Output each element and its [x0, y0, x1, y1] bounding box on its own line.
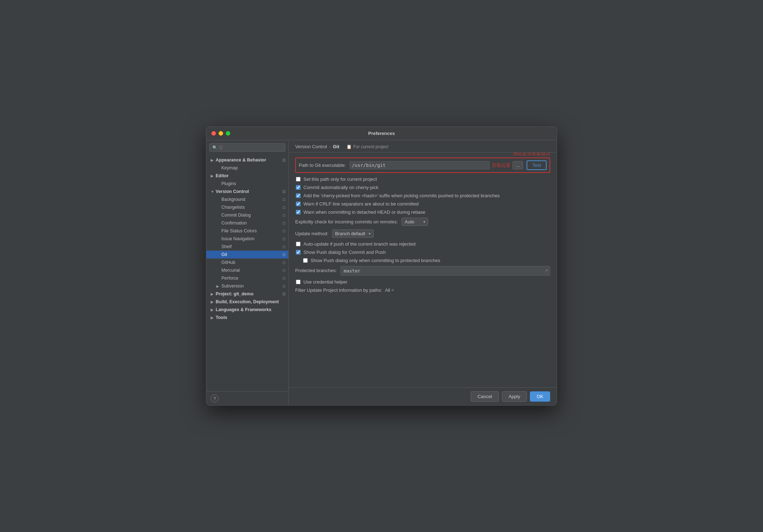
show-push-checkbox[interactable]: [296, 250, 301, 255]
update-label: Update method:: [295, 231, 328, 236]
arrow-icon: ▼: [211, 190, 216, 194]
sidebar-item-label: Project: git_demo: [216, 291, 281, 296]
search-box[interactable]: 🔍: [209, 143, 285, 152]
show-push-label[interactable]: Show Push dialog for Commit and Push: [303, 250, 386, 255]
sidebar-item-shelf[interactable]: Shelf ⊡: [206, 243, 288, 251]
help-button[interactable]: ?: [211, 395, 219, 402]
incoming-label: Explicitly check for incoming commits on…: [295, 219, 398, 224]
sidebar-item-build[interactable]: ▶ Build, Execution, Deployment: [206, 298, 288, 306]
search-icon: 🔍: [212, 145, 217, 150]
warn-detached-checkbox[interactable]: [296, 210, 301, 214]
warn-crlf-label[interactable]: Warn if CRLF line separators are about t…: [303, 201, 419, 207]
sidebar-item-label: Changelists: [221, 205, 281, 210]
sidebar-item-confirmation[interactable]: Confirmation ⊡: [206, 219, 288, 227]
copy-icon: ⊡: [282, 221, 285, 226]
window-title: Preferences: [368, 131, 395, 136]
breadcrumb-root: Version Control: [295, 144, 327, 149]
copy-icon: ⊡: [282, 229, 285, 233]
set-path-checkbox[interactable]: [296, 177, 301, 182]
warn-detached-label[interactable]: Warn when committing in detached HEAD or…: [303, 209, 426, 215]
path-input[interactable]: [350, 161, 490, 169]
filter-value[interactable]: All ÷: [385, 287, 394, 293]
browse-button[interactable]: ...: [513, 161, 523, 169]
update-select[interactable]: Branch default Merge Rebase: [332, 229, 374, 238]
breadcrumb-current: Git: [333, 144, 339, 149]
ok-button[interactable]: OK: [530, 391, 550, 402]
auto-update-row: Auto-update if push of the current branc…: [295, 241, 550, 247]
sidebar-item-commit-dialog[interactable]: Commit Dialog ⊡: [206, 211, 288, 219]
credential-label[interactable]: Use credential helper: [303, 279, 347, 285]
commit-cherry-label[interactable]: Commit automatically on cherry-pick: [303, 185, 379, 190]
sidebar-item-tools[interactable]: ▶ Tools: [206, 314, 288, 321]
sidebar-item-label: Editor: [216, 173, 285, 178]
incoming-select-wrap: Auto Always Never ▼: [402, 218, 428, 226]
update-select-wrap: Branch default Merge Rebase ▼: [332, 229, 374, 238]
title-bar: Preferences: [206, 127, 557, 140]
sidebar-item-label: Issue Navigation: [221, 236, 281, 241]
footer: Cancel Apply OK: [289, 387, 557, 405]
auto-update-checkbox[interactable]: [296, 242, 301, 246]
sidebar-item-mercurial[interactable]: Mercurial ⊡: [206, 266, 288, 274]
sidebar-item-appearance[interactable]: ▶ Appearance & Behavior ⊡: [206, 156, 288, 164]
sidebar-item-perforce[interactable]: Perforce ⊡: [206, 274, 288, 282]
copy-icon: ⊡: [282, 284, 285, 289]
path-label: Path to Git executable:: [299, 163, 346, 168]
copy-icon: ⊡: [282, 268, 285, 273]
path-input-wrap: 安装位置 ...: [350, 161, 523, 169]
add-suffix-label[interactable]: Add the 'cherry-picked from <hash>' suff…: [303, 193, 500, 198]
test-button[interactable]: Test: [527, 160, 547, 170]
expand-icon: ↗: [544, 268, 548, 273]
commit-cherry-checkbox[interactable]: [296, 185, 301, 190]
arrow-icon: ▶: [211, 174, 216, 178]
show-push-protected-checkbox[interactable]: [303, 258, 308, 263]
main-panel: Version Control › Git 📋 For current proj…: [289, 140, 557, 405]
filter-row: Filter Update Project information by pat…: [295, 287, 550, 293]
sidebar-item-background[interactable]: Background ⊡: [206, 195, 288, 203]
sidebar-item-label: Tools: [216, 315, 285, 320]
maximize-button[interactable]: [226, 131, 230, 136]
content-area: 🔍 ▶ Appearance & Behavior ⊡ Keymap ▶: [206, 140, 557, 405]
sidebar-item-plugins[interactable]: Plugins: [206, 180, 288, 188]
sidebar-item-languages[interactable]: ▶ Languages & Frameworks: [206, 306, 288, 314]
auto-update-label[interactable]: Auto-update if push of the current branc…: [303, 241, 416, 247]
install-hint: 安装位置: [492, 162, 510, 169]
sidebar-item-github[interactable]: GitHub ⊡: [206, 258, 288, 266]
incoming-row: Explicitly check for incoming commits on…: [295, 218, 550, 226]
set-path-label[interactable]: Set this path only for current project: [303, 176, 377, 182]
incoming-select[interactable]: Auto Always Never: [402, 218, 428, 226]
sidebar-item-file-status-colors[interactable]: File Status Colors ⊡: [206, 227, 288, 235]
sidebar-item-label: Git: [221, 252, 281, 257]
sidebar-item-label: GitHub: [221, 260, 281, 265]
cancel-button[interactable]: Cancel: [471, 391, 499, 402]
sidebar-item-issue-navigation[interactable]: Issue Navigation ⊡: [206, 235, 288, 243]
apply-button[interactable]: Apply: [502, 391, 527, 402]
sidebar-item-subversion[interactable]: ▶ Subversion ⊡: [206, 282, 288, 290]
sidebar-item-version-control[interactable]: ▼ Version Control ⊡: [206, 188, 288, 195]
sidebar-item-label: Subversion: [221, 284, 281, 289]
arrow-icon: ▶: [211, 316, 216, 320]
sidebar-item-changelists[interactable]: Changelists ⊡: [206, 203, 288, 211]
credential-checkbox[interactable]: [296, 280, 301, 284]
path-to-git-row: Path to Git executable: 安装位置 ... Test: [295, 158, 550, 173]
sidebar-item-keymap[interactable]: Keymap: [206, 164, 288, 172]
search-input[interactable]: [219, 145, 282, 150]
sidebar-item-label: Commit Dialog: [221, 213, 281, 218]
warn-crlf-checkbox[interactable]: [296, 202, 301, 206]
protected-input[interactable]: [340, 266, 550, 276]
arrow-icon: ▶: [211, 158, 216, 162]
protected-label: Protected branches:: [295, 266, 337, 273]
close-button[interactable]: [211, 131, 216, 136]
sidebar-item-project[interactable]: ▶ Project: git_demo ⊡: [206, 290, 288, 298]
sidebar-item-label: Version Control: [216, 189, 281, 194]
add-suffix-checkbox[interactable]: [296, 193, 301, 198]
traffic-lights: [211, 131, 230, 136]
sidebar-item-label: Perforce: [221, 276, 281, 281]
show-push-protected-label[interactable]: Show Push dialog only when committing to…: [311, 258, 440, 263]
preferences-window: Preferences 🔍 ▶ Appearance & Behavior ⊡ …: [206, 126, 557, 406]
sidebar-item-label: File Status Colors: [221, 228, 281, 233]
sidebar-item-editor[interactable]: ▶ Editor: [206, 172, 288, 180]
credential-row: Use credential helper: [295, 279, 550, 285]
sidebar-item-git[interactable]: Git ⊡: [206, 251, 288, 258]
protected-input-wrap: ↗: [340, 266, 550, 276]
minimize-button[interactable]: [219, 131, 223, 136]
